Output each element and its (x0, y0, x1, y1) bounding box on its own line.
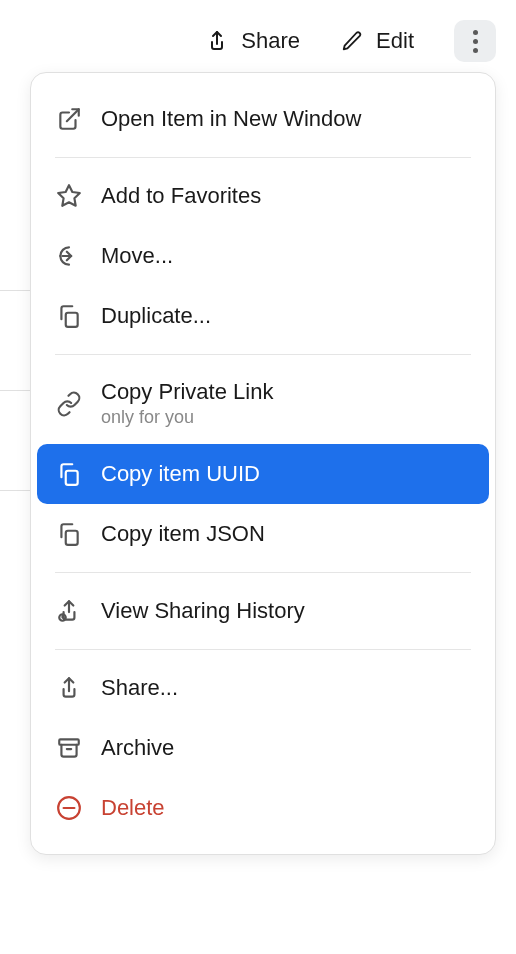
delete-icon (55, 794, 83, 822)
copy-icon (55, 520, 83, 548)
copy-icon (55, 460, 83, 488)
menu-copy-json[interactable]: Copy item JSON (31, 504, 495, 564)
menu-add-favorites[interactable]: Add to Favorites (31, 166, 495, 226)
menu-label: Move... (101, 243, 173, 269)
share-button[interactable]: Share (205, 28, 300, 54)
menu-duplicate[interactable]: Duplicate... (31, 286, 495, 346)
menu-copy-private-link[interactable]: Copy Private Link only for you (31, 363, 495, 444)
toolbar: Share Edit (0, 0, 516, 72)
archive-icon (55, 734, 83, 762)
svg-rect-5 (59, 739, 79, 744)
link-icon (55, 390, 83, 418)
divider (55, 572, 471, 573)
edit-button[interactable]: Edit (340, 28, 414, 54)
menu-label: Share... (101, 675, 178, 701)
svg-rect-2 (66, 471, 78, 485)
more-vertical-icon (473, 30, 478, 53)
menu-copy-uuid[interactable]: Copy item UUID (37, 444, 489, 504)
menu-share[interactable]: Share... (31, 658, 495, 718)
share-label: Share (241, 28, 300, 54)
divider (55, 157, 471, 158)
menu-archive[interactable]: Archive (31, 718, 495, 778)
menu-delete[interactable]: Delete (31, 778, 495, 838)
menu-label: Copy Private Link (101, 379, 273, 405)
star-icon (55, 182, 83, 210)
edit-label: Edit (376, 28, 414, 54)
svg-marker-0 (58, 185, 80, 206)
svg-rect-1 (66, 313, 78, 327)
menu-open-new-window[interactable]: Open Item in New Window (31, 89, 495, 149)
menu-sublabel: only for you (101, 407, 273, 428)
external-link-icon (55, 105, 83, 133)
more-button[interactable] (454, 20, 496, 62)
share-icon (55, 674, 83, 702)
menu-label: Copy item JSON (101, 521, 265, 547)
svg-rect-3 (66, 531, 78, 545)
menu-move[interactable]: Move... (31, 226, 495, 286)
copy-icon (55, 302, 83, 330)
menu-label: View Sharing History (101, 598, 305, 624)
divider (55, 354, 471, 355)
share-history-icon (55, 597, 83, 625)
menu-label: Delete (101, 795, 165, 821)
menu-label: Add to Favorites (101, 183, 261, 209)
menu-label: Open Item in New Window (101, 106, 361, 132)
menu-label: Copy item UUID (101, 461, 260, 487)
menu-label: Archive (101, 735, 174, 761)
menu-label: Duplicate... (101, 303, 211, 329)
dropdown-menu: Open Item in New Window Add to Favorites… (30, 72, 496, 855)
menu-view-sharing-history[interactable]: View Sharing History (31, 581, 495, 641)
share-icon (205, 29, 229, 53)
move-icon (55, 242, 83, 270)
pencil-icon (340, 29, 364, 53)
divider (55, 649, 471, 650)
